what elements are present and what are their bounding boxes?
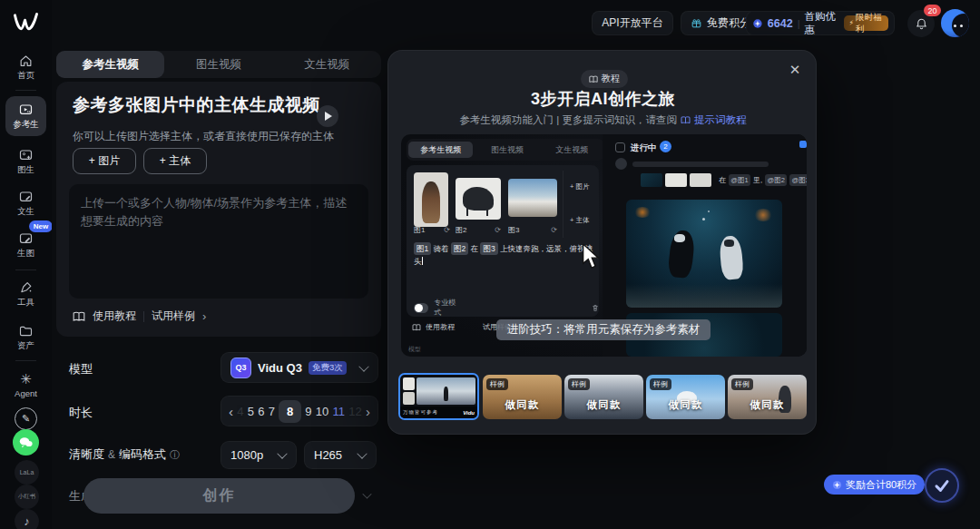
image-generate-icon (18, 231, 34, 246)
sidebar-item-agent[interactable]: ✳ Agent (5, 365, 46, 405)
pro-mode-label: 专业模式 (434, 298, 457, 318)
sample-card-city[interactable]: 样例 做同款 (564, 375, 643, 419)
xiaohongshu-icon[interactable]: 小红书 (15, 485, 39, 509)
panel-title: 参考多张图片中的主体生成视频 (73, 93, 327, 117)
book-icon (73, 311, 85, 322)
sample-badge: 样例 (650, 378, 671, 390)
douyin-icon[interactable]: ♪ (15, 509, 39, 529)
sidebar-item-assets[interactable]: 资产 (5, 318, 46, 358)
duration-option-6[interactable]: 6 (258, 405, 264, 418)
demo-image-3-label: 图3 (508, 225, 519, 235)
sample-mini-thumb (403, 377, 415, 390)
avatar[interactable] (941, 9, 969, 37)
book-icon (589, 75, 598, 83)
sample-card-selected[interactable]: 万物皆可参考 Vidu (398, 373, 479, 420)
try-sample-link[interactable]: 试用样例 (152, 309, 195, 324)
duration-option-12[interactable]: 12 (348, 405, 361, 418)
duration-prev-arrow[interactable]: ‹ (229, 404, 233, 419)
sidebar-label-assets: 资产 (17, 340, 34, 352)
duration-option-9[interactable]: 9 (305, 405, 311, 418)
prompt-tutorial-link[interactable]: 提示词教程 (694, 113, 747, 127)
sidebar-item-home[interactable]: 首页 (5, 47, 46, 87)
sidebar-item-imagegen[interactable]: 生图 New (5, 225, 46, 265)
avatar-dot (954, 24, 956, 27)
tab-image-video[interactable]: 图生视频 (164, 51, 272, 78)
demo-status-label: 进行中 (631, 142, 657, 154)
sample-card-desert[interactable]: 样例 做同款 (483, 375, 562, 419)
demo-image-3-row: 图3 ⟳ (508, 225, 557, 235)
duration-option-8-selected[interactable]: 8 (279, 400, 301, 423)
quality-codec-label: 清晰度 & 编码格式 ⓘ (69, 446, 180, 463)
sample-card-bear[interactable]: 样例 做同款 (646, 375, 725, 419)
demo-add-subject: + 主体 (570, 216, 593, 225)
cave-glow (633, 207, 652, 218)
tutorial-demo-image: 参考生视频 图生视频 文生视频 图1 ⟳ (401, 134, 807, 357)
sidebar-item-imggen[interactable]: 图生 (5, 142, 46, 181)
demo-left-panel: 图1 ⟳ 图2 ⟳ 图3 ⟳ + 图片 + 主体 图1 骑着 (407, 165, 599, 317)
duration-option-4[interactable]: 4 (237, 405, 243, 418)
duration-option-5[interactable]: 5 (248, 405, 254, 418)
play-tutorial-button[interactable] (317, 105, 338, 127)
lala-icon[interactable]: LaLa (15, 460, 39, 485)
demo-prompt-tag2: 图2 (451, 242, 468, 255)
sidebar-item-tools[interactable]: 工具 (5, 274, 46, 314)
tutorial-link[interactable]: 使用教程 (93, 309, 136, 324)
quality-select[interactable]: 1080p (220, 441, 297, 469)
wechat-icon[interactable] (13, 429, 39, 456)
duration-next-arrow[interactable]: › (366, 404, 370, 419)
sample-badge: 样例 (568, 378, 590, 390)
tab-text-video[interactable]: 文生视频 (273, 51, 381, 78)
demo-prompt-tag1: 图1 (414, 242, 431, 255)
feedback-pen-icon[interactable]: ✎ (15, 407, 37, 430)
limited-benefit-badge: ⚡ 限时福利 (844, 15, 888, 31)
check-in-button[interactable] (925, 468, 959, 503)
codec-select[interactable]: H265 (304, 441, 377, 469)
mode-tabs: 参考生视频 图生视频 文生视频 (56, 51, 381, 78)
demo-task-tag2: @图2 (765, 174, 787, 186)
prompt-textarea[interactable]: 上传一个或多个人物/物体/场景作为参考主体，描述想要生成的内容 (69, 184, 368, 299)
modal-close-button[interactable]: ✕ (786, 61, 804, 79)
horse-leg (486, 205, 488, 216)
home-icon (18, 54, 34, 68)
reward-pill[interactable]: 奖励合计80积分 (824, 475, 925, 495)
duration-option-7[interactable]: 7 (269, 405, 275, 418)
demo-status-checkbox (615, 142, 625, 152)
demo-image-1-label: 图1 (414, 225, 425, 235)
demo-add-image: + 图片 (570, 182, 593, 191)
text-to-video-icon (18, 190, 34, 204)
chevron-right-icon: › (202, 309, 206, 323)
demo-image-2-label: 图2 (456, 225, 466, 235)
credits-promo-pill[interactable]: 6642 | 首购优惠 ⚡ 限时福利 (746, 11, 895, 35)
api-platform-button[interactable]: API开放平台 (592, 11, 673, 35)
demo-task-meta-placeholder (632, 162, 769, 167)
demo-image-3-landscape (508, 179, 557, 217)
model-select[interactable]: Q3 Vidu Q3 免费3次 (220, 352, 378, 383)
refresh-icon: ⟳ (495, 226, 501, 234)
demo-image-1-cowboy (414, 172, 448, 227)
quality-value: 1080p (230, 448, 263, 462)
vidu-logo-icon[interactable] (12, 11, 40, 35)
create-button[interactable]: 创作 (83, 478, 355, 514)
sample-action: 做同款 (646, 398, 725, 412)
add-subject-button[interactable]: + 主体 (143, 148, 207, 174)
codec-label: 编码格式 (119, 446, 166, 463)
sample-badge: 样例 (731, 378, 753, 390)
reference-video-icon (18, 103, 34, 117)
demo-tab: 文生视频 (540, 144, 604, 156)
tab-reference-video[interactable]: 参考生视频 (56, 51, 164, 78)
coin-icon (752, 17, 763, 30)
reef-floor (626, 284, 782, 308)
duration-option-11[interactable]: 11 (333, 405, 346, 418)
sample-card-girl[interactable]: 样例 做同款 (728, 375, 807, 419)
duration-option-10[interactable]: 10 (316, 405, 328, 418)
model-free-badge: 免费3次 (309, 361, 347, 375)
mouse-cursor-icon (582, 244, 602, 269)
sidebar-item-textgen[interactable]: 文生 (5, 183, 46, 223)
add-image-button[interactable]: + 图片 (73, 148, 136, 174)
folder-icon (18, 324, 34, 338)
sidebar-item-refgen[interactable]: 参考生 (5, 96, 46, 136)
sidebar-label-agent: Agent (15, 388, 37, 398)
demo-prompt-tag3: 图3 (480, 242, 497, 255)
chevron-down-icon (277, 448, 287, 458)
demo-video-divers (626, 200, 782, 308)
